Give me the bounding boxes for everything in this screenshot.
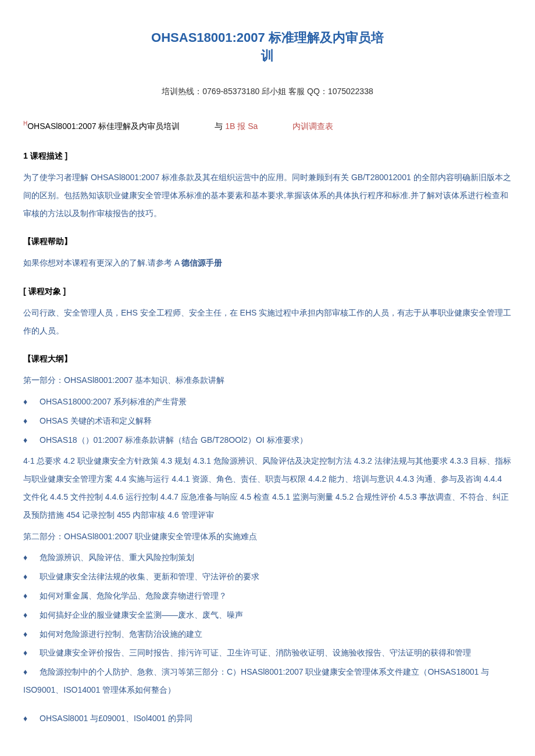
section-audience-label: [ 课程对象 ]	[23, 282, 512, 300]
section-desc-label: 1 课程描述 ]	[23, 147, 512, 165]
part3-list: OHSASl8001 与£09001、ISol4001 的异同	[23, 710, 512, 728]
part1-detail: 4·1 总要求 4.2 职业健康安全方针政策 4.3 规划 4.3.1 危险源辨…	[23, 452, 512, 524]
list-item: 危险源辨识、风险评估、重大风险控制策划	[23, 549, 512, 567]
part2-list: 危险源辨识、风险评估、重大风险控制策划 职业健康安全法律法规的收集、更新和管理、…	[23, 549, 512, 698]
help-link[interactable]: 德信源手册	[181, 258, 222, 267]
toprow-mid: 与 1B 报 Sa	[215, 117, 258, 135]
page-title: OHSAS18001:2007 标准理解及内审员培 训	[23, 29, 512, 65]
part1-title: 第一部分：OHSASl8001:2007 基本知识、标准条款讲解	[23, 371, 512, 389]
list-item: OHSASl8001 与£09001、ISol4001 的异同	[23, 710, 512, 728]
title-line2: 训	[261, 48, 274, 63]
section-outline-label: 【课程大纲】	[23, 350, 512, 368]
toprow-right: 内训调查表	[293, 117, 333, 135]
list-item: 危险源控制中的个人防护、急救、演习等第三部分：C）HSASl8001:2007 …	[23, 663, 512, 699]
list-item: OHSAS18000:2007 系列标准的产生背景	[23, 393, 512, 411]
title-line1: OHSAS18001:2007 标准理解及内审员培	[151, 30, 384, 45]
list-item: 职业健康安全评价报告、三同时报告、排污许可证、卫生许可证、消防验收证明、设施验收…	[23, 644, 512, 662]
list-item: OHSAS 关键的术语和定义解释	[23, 412, 512, 430]
audience-para: 公司行政、安全管理人员，EHS 安全工程师、安全主任，在 EHS 实施过程中承担…	[23, 304, 512, 340]
hotline: 培训热线：0769-85373180 邱小姐 客服 QQ：1075022338	[23, 83, 512, 101]
list-item: 如何对重金属、危险化学品、危险废弃物进行管理？	[23, 587, 512, 605]
help-para: 如果你想对本课程有更深入的了解.请参考 A 德信源手册	[23, 254, 512, 272]
desc-para: 为了使学习者理解 OHSASl8001:2007 标准条款及其在组织运营中的应用…	[23, 169, 512, 222]
toprow-left: HOHSASl8001:2007 标佳理解及内审员培训	[23, 117, 180, 135]
list-item: OHSAS18（）01:2007 标准条款讲解（结合 GB/T28OOl2）OI…	[23, 431, 512, 449]
list-item: 如何搞好企业的服业健康安全监测——废水、废气、噪声	[23, 606, 512, 624]
part1-list: OHSAS18000:2007 系列标准的产生背景 OHSAS 关键的术语和定义…	[23, 393, 512, 449]
list-item: 职业健康安全法律法规的收集、更新和管理、守法评价的要求	[23, 568, 512, 586]
top-row: HOHSASl8001:2007 标佳理解及内审员培训 与 1B 报 Sa 内训…	[23, 117, 512, 135]
list-item: 如何对危险源进行控制、危害防治设施的建立	[23, 625, 512, 643]
section-help-label: 【课程帮助】	[23, 232, 512, 250]
part2-title: 第二部分：OHSASl8001:2007 职业健康安全管理体系的实施难点	[23, 528, 512, 546]
